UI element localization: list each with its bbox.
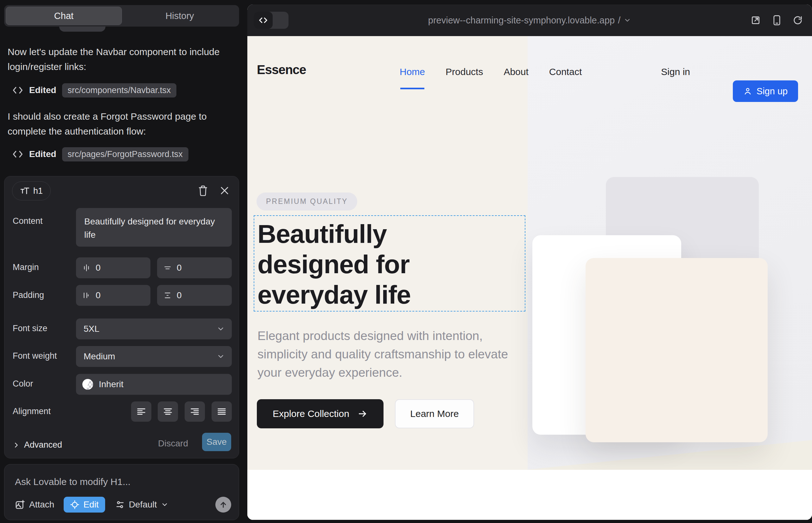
edit-label: Edit bbox=[83, 500, 99, 510]
advanced-toggle[interactable]: Advanced bbox=[13, 440, 62, 450]
margin-horizontal-input[interactable]: 0 bbox=[76, 257, 151, 278]
url-separator: / bbox=[618, 15, 620, 26]
tab-chat[interactable]: Chat bbox=[6, 7, 122, 25]
content-label: Content bbox=[13, 216, 43, 226]
default-label: Default bbox=[129, 500, 157, 510]
padding-horizontal-input[interactable]: 0 bbox=[76, 285, 151, 306]
site-navbar: Essence Home Products About Contact Sign… bbox=[247, 36, 812, 110]
user-icon bbox=[743, 87, 752, 96]
margin-vertical-input[interactable]: 0 bbox=[157, 257, 232, 278]
element-editor-panel: h1 Content Beautifully designed for ever… bbox=[4, 176, 239, 458]
margin-horizontal-icon bbox=[82, 264, 91, 272]
url-domain: preview--charming-site-symphony.lovable.… bbox=[428, 15, 615, 26]
attach-label: Attach bbox=[29, 500, 54, 510]
edit-mode-button[interactable]: Edit bbox=[64, 497, 105, 512]
chevron-down-icon bbox=[217, 353, 225, 361]
nav-link-contact[interactable]: Contact bbox=[549, 67, 582, 77]
chevron-down-icon bbox=[217, 325, 225, 333]
font-weight-value: Medium bbox=[84, 351, 115, 362]
alignment-label: Alignment bbox=[13, 407, 51, 416]
nav-link-products[interactable]: Products bbox=[446, 67, 483, 77]
chat-message: I should also create a Forgot Password p… bbox=[7, 109, 232, 139]
align-justify-button[interactable] bbox=[212, 401, 232, 422]
app-window: Chat History Now let's update the Navbar… bbox=[0, 0, 812, 523]
composer-input[interactable]: Ask Lovable to modify H1... bbox=[15, 476, 224, 487]
chat-message: Now let's update the Navbar component to… bbox=[7, 44, 232, 74]
font-weight-select[interactable]: Medium bbox=[76, 346, 232, 367]
font-size-value: 5XL bbox=[84, 324, 100, 334]
font-weight-label: Font weight bbox=[13, 351, 57, 361]
sign-up-button[interactable]: Sign up bbox=[733, 80, 798, 102]
refresh-button[interactable] bbox=[793, 16, 802, 25]
attach-button[interactable]: Attach bbox=[15, 500, 54, 510]
file-chip[interactable]: src/pages/ForgotPassword.tsx bbox=[62, 147, 189, 161]
edited-label: Edited bbox=[29, 85, 56, 95]
chat-history-tabs: Chat History bbox=[4, 5, 239, 26]
edited-file-row[interactable]: Edited src/components/Navbar.tsx bbox=[12, 83, 176, 97]
hero-heading[interactable]: Beautifully designed for everyday life bbox=[258, 219, 411, 310]
explore-collection-button[interactable]: Explore Collection bbox=[257, 399, 384, 428]
tag-name: h1 bbox=[33, 186, 43, 196]
chevron-down-icon bbox=[161, 501, 169, 508]
color-label: Color bbox=[13, 379, 33, 389]
padding-label: Padding bbox=[13, 290, 44, 300]
learn-more-button[interactable]: Learn More bbox=[395, 399, 474, 428]
arrow-right-icon bbox=[357, 409, 368, 419]
edited-file-row[interactable]: Edited src/pages/ForgotPassword.tsx bbox=[12, 147, 189, 161]
save-button[interactable]: Save bbox=[202, 433, 231, 451]
color-select[interactable]: Inherit bbox=[76, 374, 232, 395]
file-chip[interactable]: src/components/Navbar.tsx bbox=[62, 83, 177, 97]
color-value: Inherit bbox=[99, 379, 124, 390]
padding-vertical-input[interactable]: 0 bbox=[157, 285, 232, 306]
hero-heading-line: Beautifully bbox=[258, 219, 411, 249]
hero-paragraph: Elegant products designed with intention… bbox=[258, 327, 511, 382]
explore-collection-label: Explore Collection bbox=[273, 409, 349, 419]
hero-heading-line: everyday life bbox=[258, 279, 411, 310]
code-preview-toggle[interactable] bbox=[254, 12, 288, 29]
align-left-button[interactable] bbox=[131, 401, 152, 422]
margin-vertical-value: 0 bbox=[177, 263, 182, 273]
mobile-view-button[interactable] bbox=[773, 15, 781, 26]
code-icon bbox=[12, 86, 23, 95]
decor-card-cream bbox=[586, 258, 768, 442]
padding-vertical-icon bbox=[163, 291, 172, 300]
chevron-right-icon bbox=[13, 441, 20, 449]
sliders-icon bbox=[115, 500, 125, 509]
send-button[interactable] bbox=[215, 497, 231, 512]
align-right-button[interactable] bbox=[184, 401, 205, 422]
padding-vertical-value: 0 bbox=[177, 290, 182, 301]
nav-link-about[interactable]: About bbox=[504, 67, 528, 77]
margin-label: Margin bbox=[13, 263, 39, 272]
delete-element-button[interactable] bbox=[196, 183, 210, 198]
sign-in-link[interactable]: Sign in bbox=[661, 67, 690, 77]
open-external-button[interactable] bbox=[751, 15, 761, 25]
discard-button[interactable]: Discard bbox=[158, 438, 188, 449]
tab-history[interactable]: History bbox=[122, 7, 237, 25]
hero-heading-line: designed for bbox=[258, 249, 411, 279]
nav-link-home[interactable]: Home bbox=[400, 67, 425, 77]
hero-section: Essence Home Products About Contact Sign… bbox=[247, 36, 812, 470]
site-page: Essence Home Products About Contact Sign… bbox=[247, 36, 812, 520]
close-editor-button[interactable] bbox=[217, 183, 232, 198]
chat-composer: Ask Lovable to modify H1... Attach Edit … bbox=[4, 464, 239, 520]
url-bar: preview--charming-site-symphony.lovable.… bbox=[247, 4, 812, 36]
target-icon bbox=[70, 500, 80, 509]
site-logo[interactable]: Essence bbox=[257, 63, 306, 77]
sign-up-label: Sign up bbox=[757, 86, 788, 96]
default-mode-button[interactable]: Default bbox=[115, 500, 169, 510]
chevron-down-icon bbox=[623, 16, 631, 24]
browser-chrome: preview--charming-site-symphony.lovable.… bbox=[247, 4, 812, 36]
align-center-button[interactable] bbox=[158, 401, 178, 422]
attach-image-icon bbox=[15, 500, 25, 510]
margin-horizontal-value: 0 bbox=[96, 263, 101, 273]
color-swatch-icon bbox=[82, 379, 93, 390]
content-input[interactable]: Beautifully designed for everyday life bbox=[76, 208, 232, 247]
code-icon bbox=[12, 149, 23, 159]
font-size-label: Font size bbox=[13, 324, 48, 333]
font-size-select[interactable]: 5XL bbox=[76, 319, 232, 339]
premium-badge: PREMIUM QUALITY bbox=[257, 193, 357, 211]
padding-horizontal-value: 0 bbox=[96, 290, 101, 301]
hero-background-wedge bbox=[526, 440, 812, 470]
code-icon bbox=[254, 12, 273, 29]
edited-label: Edited bbox=[29, 149, 56, 159]
